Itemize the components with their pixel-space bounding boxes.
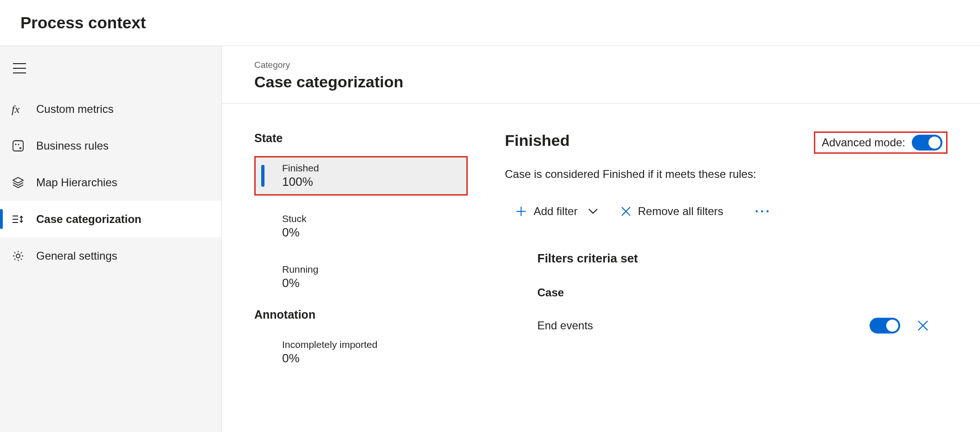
annotation-heading: Annotation — [254, 308, 468, 321]
main-body: State Finished 100% Stuck 0% Running 0% … — [222, 104, 980, 383]
annotation-item-label: Incompletely imported — [282, 339, 456, 350]
svg-point-4 — [16, 254, 20, 258]
state-item-stuck[interactable]: Stuck 0% — [254, 207, 468, 246]
advanced-mode-toggle[interactable] — [912, 135, 942, 151]
sidebar-item-map-hierarchies[interactable]: Map Hierarchies — [0, 164, 221, 201]
plus-icon — [515, 205, 527, 217]
state-item-label: Running — [282, 264, 456, 275]
main-header: Category Case categorization — [222, 46, 980, 104]
add-filter-split-button[interactable]: Add filter — [515, 205, 598, 218]
detail-description: Case is considered Finished if it meets … — [505, 168, 948, 181]
sidebar: fx Custom metrics Business rules Map Hie… — [0, 46, 222, 432]
sidebar-item-business-rules[interactable]: Business rules — [0, 127, 221, 164]
advanced-mode-group: Advanced mode: — [814, 131, 948, 154]
state-item-finished[interactable]: Finished 100% — [254, 156, 468, 196]
criteria-row-toggle[interactable] — [870, 318, 900, 334]
annotation-item-value: 0% — [282, 351, 456, 366]
state-heading: State — [254, 131, 468, 145]
annotation-item-incompletely-imported[interactable]: Incompletely imported 0% — [254, 333, 468, 372]
sidebar-item-label: General settings — [36, 249, 117, 262]
svg-rect-1 — [13, 141, 23, 151]
sidebar-item-case-categorization[interactable]: Case categorization — [0, 201, 221, 237]
hamburger-button[interactable] — [8, 57, 31, 79]
fx-icon: fx — [11, 102, 25, 116]
remove-all-filters-label: Remove all filters — [638, 205, 723, 218]
more-actions-button[interactable]: ··· — [755, 204, 771, 219]
state-item-value: 0% — [282, 276, 456, 290]
page-title: Process context — [20, 13, 146, 32]
layers-icon — [11, 176, 25, 190]
categorization-icon — [11, 212, 25, 226]
svg-point-2 — [15, 144, 17, 145]
category-value: Case categorization — [254, 73, 948, 91]
state-item-value: 0% — [282, 225, 456, 240]
criteria-sub-heading: Case — [537, 286, 948, 299]
add-filter-button[interactable]: Add filter — [515, 205, 578, 218]
chevron-down-icon[interactable] — [588, 208, 598, 215]
svg-point-3 — [18, 144, 19, 145]
criteria-row-remove-button[interactable] — [917, 320, 929, 332]
page-header: Process context — [0, 0, 980, 46]
filter-actions: Add filter Remove all filters ··· — [515, 204, 948, 219]
criteria-row-controls — [870, 318, 929, 334]
detail-top: Finished Advanced mode: — [505, 131, 948, 154]
rules-icon — [11, 139, 25, 153]
state-panel: State Finished 100% Stuck 0% Running 0% … — [254, 131, 468, 383]
detail-panel: Finished Advanced mode: Case is consider… — [505, 131, 948, 383]
add-filter-label: Add filter — [534, 205, 578, 218]
state-item-value: 100% — [282, 175, 456, 189]
layout: fx Custom metrics Business rules Map Hie… — [0, 46, 980, 432]
sidebar-item-label: Custom metrics — [36, 103, 114, 116]
toggle-knob — [928, 137, 941, 149]
close-icon — [620, 206, 632, 217]
sidebar-item-label: Map Hierarchies — [36, 176, 117, 189]
criteria-row-end-events[interactable]: End events — [537, 318, 948, 334]
sidebar-item-general-settings[interactable]: General settings — [0, 237, 221, 274]
state-item-label: Finished — [282, 163, 456, 174]
state-item-running[interactable]: Running 0% — [254, 257, 468, 297]
category-label: Category — [254, 60, 948, 70]
criteria-row-label: End events — [537, 319, 593, 332]
remove-all-filters-button[interactable]: Remove all filters — [620, 205, 723, 218]
toggle-knob — [886, 320, 898, 332]
sidebar-item-custom-metrics[interactable]: fx Custom metrics — [0, 91, 221, 127]
svg-text:fx: fx — [12, 103, 20, 115]
menu-icon — [13, 63, 26, 73]
advanced-mode-label: Advanced mode: — [822, 136, 905, 149]
state-item-label: Stuck — [282, 213, 456, 224]
criteria-heading: Filters criteria set — [537, 251, 948, 266]
detail-title: Finished — [505, 131, 570, 150]
main: Category Case categorization State Finis… — [222, 46, 980, 432]
gear-icon — [11, 249, 25, 263]
sidebar-item-label: Business rules — [36, 139, 109, 152]
sidebar-item-label: Case categorization — [36, 213, 142, 226]
